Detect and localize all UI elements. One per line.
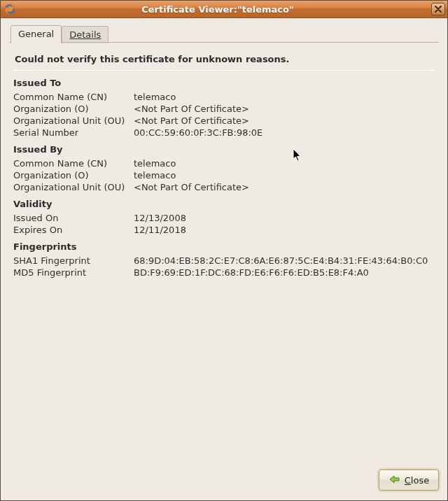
firefox-icon (4, 3, 15, 15)
field-row: Issued On 12/13/2008 (13, 212, 435, 224)
titlebar[interactable]: Certificate Viewer:"telemaco" (1, 1, 447, 18)
field-value: 12/11/2018 (134, 225, 435, 235)
client-area: General Details Could not verify this ce… (1, 18, 447, 500)
field-label: Issued On (13, 213, 134, 223)
window-close-button[interactable] (431, 3, 445, 15)
field-row: Organizational Unit (OU) <Not Part Of Ce… (13, 181, 435, 193)
section-title-issued-to: Issued To (13, 78, 435, 88)
field-label: Expires On (13, 225, 134, 235)
field-label: Organization (O) (13, 170, 134, 181)
field-row: Organizational Unit (OU) <Not Part Of Ce… (13, 115, 435, 127)
field-row: Common Name (CN) telemaco (13, 91, 435, 103)
tab-panel-general: Could not verify this certificate for un… (9, 43, 439, 465)
field-row: Expires On 12/11/2018 (13, 224, 435, 236)
field-value: <Not Part Of Certificate> (134, 182, 435, 192)
button-bar: Close (1, 465, 447, 500)
tab-general[interactable]: General (10, 25, 62, 43)
section-title-validity: Validity (13, 199, 435, 209)
field-label: Common Name (CN) (13, 158, 134, 169)
tab-details[interactable]: Details (62, 26, 108, 43)
separator (13, 70, 435, 71)
field-row: Organization (O) telemaco (13, 169, 435, 181)
field-row: Organization (O) <Not Part Of Certificat… (13, 103, 435, 115)
field-label: Organizational Unit (OU) (13, 115, 134, 126)
tab-label: Details (69, 29, 101, 40)
field-value: 00:CC:59:60:0F:3C:FB:98:0E (134, 127, 435, 138)
field-label: Serial Number (13, 127, 134, 138)
field-value: BD:F9:69:ED:1F:DC:68:FD:E6:F6:F6:ED:B5:E… (134, 267, 435, 278)
field-label: SHA1 Fingerprint (13, 255, 134, 266)
back-arrow-icon (388, 474, 401, 486)
field-label: Common Name (CN) (13, 92, 134, 102)
close-button[interactable]: Close (379, 470, 439, 491)
field-value: telemaco (134, 170, 435, 181)
field-label: MD5 Fingerprint (13, 267, 134, 278)
close-icon (435, 6, 442, 13)
field-row: MD5 Fingerprint BD:F9:69:ED:1F:DC:68:FD:… (13, 267, 435, 278)
field-row: SHA1 Fingerprint 68:9D:04:EB:58:2C:E7:C8… (13, 255, 435, 267)
tabstrip: General Details (1, 18, 447, 43)
verification-status: Could not verify this certificate for un… (13, 51, 435, 70)
field-value: <Not Part Of Certificate> (134, 104, 435, 114)
tab-label: General (18, 29, 54, 39)
field-value: telemaco (134, 158, 435, 169)
field-label: Organizational Unit (OU) (13, 182, 134, 192)
field-value: <Not Part Of Certificate> (134, 115, 435, 126)
section-title-issued-by: Issued By (13, 144, 435, 155)
mnemonic-letter: C (405, 475, 411, 486)
section-title-fingerprints: Fingerprints (13, 241, 435, 252)
field-value: telemaco (134, 92, 435, 102)
field-value: 68:9D:04:EB:58:2C:E7:C8:6A:E6:87:5C:E4:B… (134, 255, 435, 266)
window-title: Certificate Viewer:"telemaco" (4, 4, 431, 15)
field-row: Serial Number 00:CC:59:60:0F:3C:FB:98:0E (13, 127, 435, 139)
certificate-viewer-window: Certificate Viewer:"telemaco" General De… (0, 0, 448, 501)
close-button-label: Close (405, 475, 429, 486)
field-value: 12/13/2008 (134, 213, 435, 223)
field-row: Common Name (CN) telemaco (13, 157, 435, 169)
field-label: Organization (O) (13, 104, 134, 114)
